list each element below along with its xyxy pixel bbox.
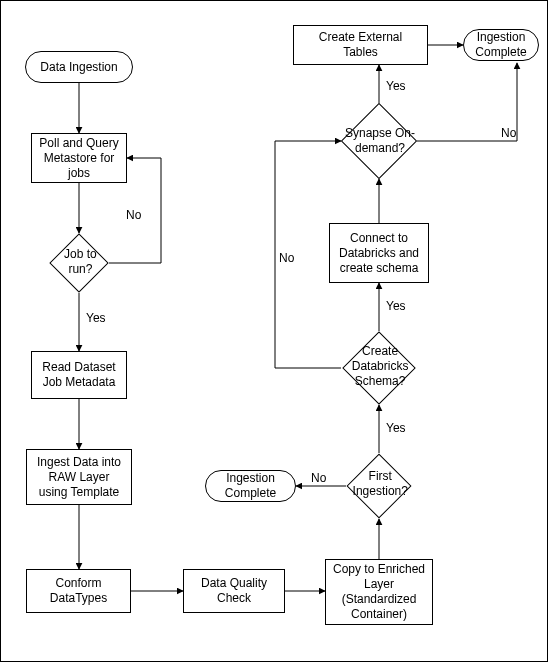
- node-label: Synapse On-demand?: [343, 126, 416, 156]
- edge-label-schema-no: No: [279, 251, 294, 265]
- process-ingest-raw: Ingest Data into RAW Layer using Templat…: [26, 449, 132, 505]
- decision-create-databricks-schema: Create Databricks Schema?: [342, 331, 416, 405]
- edge-label-synapse-no: No: [501, 126, 516, 140]
- node-label: Copy to Enriched Layer (Standardized Con…: [332, 562, 426, 622]
- node-label: Ingestion Complete: [470, 30, 532, 60]
- decision-synapse-on-demand: Synapse On-demand?: [341, 103, 417, 179]
- process-copy-enriched: Copy to Enriched Layer (Standardized Con…: [325, 559, 433, 625]
- process-poll-metastore: Poll and Query Metastore for jobs: [31, 133, 127, 183]
- edge-label-job-no: No: [126, 208, 141, 222]
- terminator-data-ingestion: Data Ingestion: [25, 51, 133, 83]
- edge-label-schema-yes: Yes: [386, 299, 406, 313]
- edge-label-first-yes: Yes: [386, 421, 406, 435]
- node-label: First Ingestion?: [349, 470, 411, 500]
- node-label: Ingestion Complete: [212, 471, 289, 501]
- process-read-dataset-metadata: Read Dataset Job Metadata: [31, 351, 127, 399]
- edge-label-first-no: No: [311, 471, 326, 485]
- process-data-quality-check: Data Quality Check: [183, 569, 285, 613]
- flowchart-canvas: Data Ingestion Poll and Query Metastore …: [0, 0, 548, 662]
- node-label: Create External Tables: [300, 30, 421, 60]
- edge-label-job-yes: Yes: [86, 311, 106, 325]
- process-connect-databricks: Connect to Databricks and create schema: [329, 223, 429, 283]
- edges: [1, 1, 548, 662]
- node-label: Connect to Databricks and create schema: [336, 231, 422, 276]
- node-label: Conform DataTypes: [33, 576, 124, 606]
- node-label: Data Ingestion: [40, 60, 117, 75]
- node-label: Ingest Data into RAW Layer using Templat…: [33, 455, 125, 500]
- decision-job-to-run: Job to run?: [49, 233, 108, 292]
- node-label: Read Dataset Job Metadata: [38, 360, 120, 390]
- process-create-external-tables: Create External Tables: [293, 25, 428, 65]
- node-label: Create Databricks Schema?: [345, 344, 415, 389]
- terminator-ingestion-complete-lower: Ingestion Complete: [205, 470, 296, 502]
- node-label: Poll and Query Metastore for jobs: [38, 136, 120, 181]
- decision-first-ingestion: First Ingestion?: [346, 453, 411, 518]
- node-label: Data Quality Check: [190, 576, 278, 606]
- terminator-ingestion-complete-upper: Ingestion Complete: [463, 29, 539, 61]
- process-conform-datatypes: Conform DataTypes: [26, 569, 131, 613]
- edge-label-synapse-yes: Yes: [386, 79, 406, 93]
- node-label: Job to run?: [52, 247, 108, 277]
